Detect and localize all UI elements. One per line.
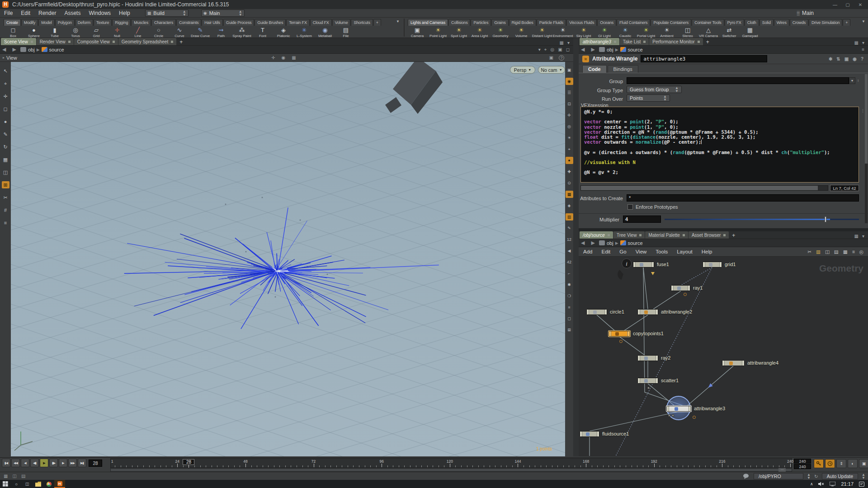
viewport-tool-icon-5[interactable]: ✎ bbox=[2, 131, 9, 138]
close-button[interactable]: ✕ bbox=[854, 1, 866, 8]
recook-icon[interactable]: ↻ bbox=[814, 474, 818, 479]
playback-mode-button[interactable]: ⇕ bbox=[836, 459, 846, 468]
display-option-icon-10[interactable]: ⊙ bbox=[566, 179, 573, 187]
tab-close-icon[interactable] bbox=[608, 234, 610, 236]
params-path-node[interactable]: source bbox=[628, 47, 643, 52]
node-attribwrangle3[interactable] bbox=[666, 406, 691, 412]
shelf-tab-cloth[interactable]: Cloth bbox=[745, 19, 759, 26]
status-list-icon[interactable]: ▤ bbox=[21, 474, 25, 479]
shelf-tab-add[interactable]: + bbox=[373, 19, 381, 26]
pin-icon[interactable]: ⌖ bbox=[544, 47, 547, 52]
display-option-icon-1[interactable]: ◉ bbox=[566, 78, 573, 85]
network-menu-layout[interactable]: Layout bbox=[672, 249, 697, 254]
display-option-icon-3[interactable]: ⊡ bbox=[566, 100, 573, 108]
playback-end-field[interactable]: 240 bbox=[794, 464, 811, 469]
tab-tree-view[interactable]: Tree View bbox=[613, 231, 645, 239]
display-option-icon-6[interactable]: ☀ bbox=[566, 134, 573, 141]
shelf-tab-terrain-fx[interactable]: Terrain FX bbox=[286, 19, 310, 26]
shelf-tool-path[interactable]: ⇝Path bbox=[211, 27, 231, 38]
network-path-node[interactable]: source bbox=[628, 240, 643, 246]
forward-icon[interactable]: ▶ bbox=[10, 47, 18, 52]
path-node[interactable]: source bbox=[49, 47, 64, 52]
shelf-tool-tube[interactable]: ▮Tube bbox=[44, 27, 65, 38]
node-output-flag[interactable] bbox=[604, 310, 607, 314]
shelf-tool-area-light[interactable]: ☀Area Light bbox=[469, 27, 490, 38]
shelf-tool-spray-paint[interactable]: ⁂Spray Paint bbox=[231, 27, 252, 38]
pane-splitter[interactable] bbox=[573, 38, 579, 456]
network-pane-menu-icon[interactable]: ▾ bbox=[862, 234, 864, 239]
viewport-3d[interactable] bbox=[11, 62, 565, 456]
realtime-toggle-button[interactable] bbox=[825, 459, 835, 468]
tab-close-icon[interactable] bbox=[31, 41, 33, 43]
shelf-tool-box[interactable]: ◻Box bbox=[3, 27, 24, 38]
shelf-tab-shortcuts[interactable]: Shortcuts bbox=[351, 19, 373, 26]
node-info-badge[interactable]: i bbox=[622, 258, 632, 268]
menu-render[interactable]: Render bbox=[34, 9, 60, 18]
play-button[interactable]: ▶ bbox=[40, 459, 48, 467]
shelf-overflow-icon[interactable]: ▼ bbox=[396, 19, 400, 23]
network-menu-edit[interactable]: Edit bbox=[597, 249, 615, 254]
network-pane-layout-icon[interactable]: ▦ bbox=[854, 234, 859, 239]
node-output-flag[interactable] bbox=[651, 262, 654, 267]
viewport-tool-icon-10[interactable]: ✂ bbox=[2, 194, 9, 201]
update-mode-spinner-icon[interactable]: ▲▼ bbox=[862, 473, 865, 479]
code-expand-icon[interactable]: ⋮ bbox=[861, 108, 865, 113]
shelf-tool-null[interactable]: ✛Null bbox=[107, 27, 127, 38]
vex-code-editor[interactable]: @N.y *= 0;vector center = point(2, "P", … bbox=[580, 107, 859, 183]
viewport-tool-icon-7[interactable]: ▦ bbox=[2, 156, 9, 163]
shelf-tab-particles[interactable]: Particles bbox=[471, 19, 491, 26]
node-input-flag[interactable] bbox=[609, 331, 611, 336]
tab-render-view[interactable]: Render View bbox=[37, 38, 74, 45]
network-path-context[interactable]: obj bbox=[607, 240, 613, 246]
viewport-tool-icon-3[interactable]: ◻ bbox=[2, 105, 9, 113]
display-option-icon-16[interactable]: ◀ bbox=[566, 247, 573, 254]
network-list-icon[interactable]: ≡ bbox=[852, 249, 855, 254]
shelf-tool-draw-curve[interactable]: ✎Draw Curve bbox=[190, 27, 211, 38]
shelf-tool-spot-light[interactable]: ☀Spot Light bbox=[448, 27, 469, 38]
shelf-tab-add[interactable]: + bbox=[843, 19, 850, 26]
horizontal-splitter[interactable] bbox=[579, 228, 868, 231]
node-output-flag[interactable] bbox=[656, 356, 658, 361]
shelf-tool-gi-light[interactable]: ☀GI Light bbox=[594, 27, 615, 38]
speaker-muted-icon[interactable] bbox=[818, 482, 824, 486]
network-zoom-icon[interactable]: ◎ bbox=[859, 249, 863, 254]
node-output-flag[interactable] bbox=[719, 262, 722, 267]
shelf-tab-modify[interactable]: Modify bbox=[21, 19, 38, 26]
params-path-context[interactable]: obj bbox=[607, 47, 613, 52]
view-menu-icon[interactable]: ▸ bbox=[0, 56, 6, 60]
shelf-tab-drive-simulation[interactable]: Drive Simulation bbox=[809, 19, 842, 26]
chrome-icon[interactable] bbox=[43, 480, 54, 488]
reverse-play-button[interactable]: ◀ bbox=[21, 459, 29, 467]
node-grid1[interactable] bbox=[703, 262, 722, 267]
shelf-tool-file[interactable]: ▤File bbox=[335, 27, 356, 38]
tab-composite-view[interactable]: Composite View bbox=[74, 38, 118, 45]
network-new-tab-button[interactable]: + bbox=[729, 232, 738, 239]
new-tab-button[interactable]: + bbox=[177, 39, 185, 45]
display-option-icon-9[interactable]: ✚ bbox=[566, 168, 573, 175]
display-option-icon-5[interactable]: ◎ bbox=[566, 123, 573, 130]
next-frame-button[interactable]: ▮▶ bbox=[49, 459, 58, 467]
file-explorer-icon[interactable] bbox=[33, 480, 43, 488]
pane-menu-icon[interactable]: ▾ bbox=[567, 40, 570, 45]
node-output-flag[interactable] bbox=[689, 406, 691, 411]
clock-time[interactable]: 21:17 bbox=[841, 481, 854, 487]
network-display-icon[interactable] bbox=[830, 482, 835, 486]
display-option-icon-23[interactable]: ⊞ bbox=[566, 326, 573, 333]
shelf-tool-point-light[interactable]: ☀Point Light bbox=[428, 27, 448, 38]
params-pane-menu-icon[interactable]: ▾ bbox=[862, 40, 864, 45]
maximize-button[interactable]: ▢ bbox=[842, 1, 854, 8]
path-spinner-icon[interactable]: ▲▼ bbox=[807, 473, 811, 479]
shelf-tab-model[interactable]: Model bbox=[38, 19, 55, 26]
task-view-icon[interactable]: ◫ bbox=[22, 480, 33, 488]
tab-attribwrangle3[interactable]: attribwrangle3 bbox=[580, 38, 619, 45]
status-grid-icon[interactable]: ▦ bbox=[4, 474, 8, 479]
shelf-tool-distant-light[interactable]: ☀Distant Light bbox=[532, 27, 552, 38]
node-input-flag[interactable] bbox=[633, 262, 636, 267]
jump-start-button[interactable]: ▮◀ bbox=[2, 459, 10, 467]
node-input-flag[interactable] bbox=[638, 310, 640, 314]
range-handle[interactable]: ⋯ bbox=[778, 468, 786, 472]
shelf-tool-line[interactable]: ╱Line bbox=[127, 27, 148, 38]
tab-close-icon[interactable] bbox=[113, 41, 115, 43]
node-input-flag[interactable] bbox=[580, 432, 582, 436]
network-back-icon[interactable]: ◀ bbox=[579, 240, 587, 246]
